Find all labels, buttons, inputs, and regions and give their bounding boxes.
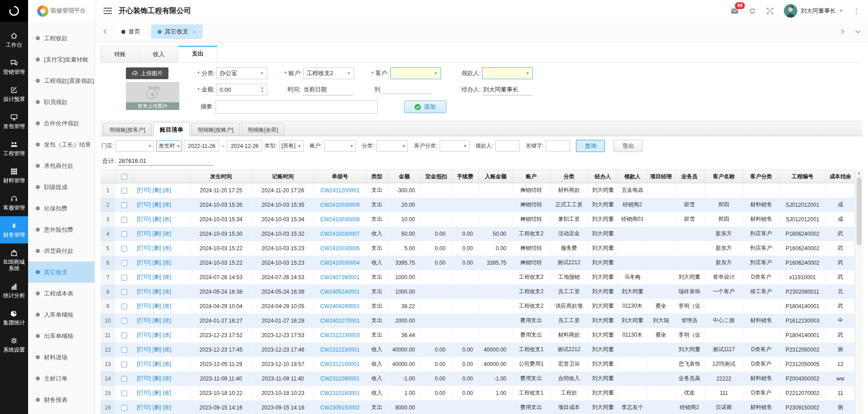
- action-delete[interactable]: [删]: [153, 201, 161, 208]
- export-button[interactable]: 导出: [614, 140, 643, 152]
- menu-item-财务报表[interactable]: 财务报表: [28, 389, 95, 410]
- rail-item-edit[interactable]: 设计预算: [0, 81, 28, 108]
- open-tab-其它收支[interactable]: 其它收支×: [151, 24, 203, 39]
- action-print[interactable]: [打印]: [137, 361, 151, 367]
- action-edit[interactable]: [改]: [163, 216, 171, 222]
- document-link[interactable]: CW2404290001: [320, 303, 360, 309]
- rail-item-yuan[interactable]: ¥财务管理: [0, 216, 28, 243]
- row-checkbox[interactable]: [121, 304, 127, 309]
- menu-item-出库单稽核[interactable]: 出库单稽核: [28, 325, 95, 347]
- action-edit[interactable]: [改]: [163, 245, 171, 251]
- action-edit[interactable]: [改]: [163, 187, 171, 193]
- menu-item-入库单稽核[interactable]: 入库单稽核: [28, 304, 95, 325]
- date-to-input[interactable]: [227, 140, 262, 152]
- row-checkbox[interactable]: [121, 202, 127, 208]
- upload-image-button[interactable]: 上传图片: [126, 67, 168, 79]
- document-link[interactable]: CW2405240001: [320, 289, 360, 295]
- add-button[interactable]: 添加: [404, 100, 446, 113]
- action-print[interactable]: [打印]: [137, 303, 151, 309]
- row-checkbox[interactable]: [121, 275, 127, 281]
- action-print[interactable]: [打印]: [137, 230, 151, 237]
- document-link[interactable]: CW2410030008: [320, 216, 360, 223]
- tabs-scroll-left-icon[interactable]: [100, 26, 110, 37]
- action-delete[interactable]: [删]: [153, 245, 161, 251]
- date-field-select[interactable]: 发生时▼: [156, 140, 182, 152]
- account-select[interactable]: 工程收支2 ▼: [303, 67, 354, 79]
- document-link[interactable]: CW2309150002: [320, 404, 360, 411]
- action-edit[interactable]: [改]: [163, 375, 171, 381]
- action-print[interactable]: [打印]: [137, 288, 151, 295]
- subtab-明细账[按账户][interactable]: 明细账[按账户]: [192, 123, 240, 136]
- action-edit[interactable]: [改]: [163, 303, 171, 309]
- payee-select[interactable]: ▼: [482, 67, 533, 79]
- account-filter-select[interactable]: ▼: [324, 140, 356, 152]
- refresh-button[interactable]: [748, 7, 756, 15]
- vertical-scrollbar[interactable]: ▲: [855, 170, 863, 414]
- action-print[interactable]: [打印]: [137, 346, 151, 352]
- tab-支出[interactable]: 支出: [178, 46, 217, 62]
- action-print[interactable]: [打印]: [137, 404, 151, 410]
- subtab-账目清单[interactable]: 账目清单: [153, 122, 190, 136]
- row-checkbox[interactable]: [121, 347, 127, 353]
- subtab-明细账[全部][interactable]: 明细账[全部]: [241, 123, 284, 136]
- action-delete[interactable]: [删]: [153, 259, 161, 266]
- action-edit[interactable]: [改]: [163, 288, 171, 295]
- document-link[interactable]: CW2311090001: [321, 376, 360, 382]
- rail-item-pie[interactable]: 集团统计: [0, 304, 28, 331]
- tab-收入[interactable]: 收入: [139, 46, 178, 62]
- action-edit[interactable]: [改]: [163, 332, 171, 338]
- messages-button[interactable]: 99: [731, 7, 739, 15]
- action-print[interactable]: [打印]: [137, 332, 151, 338]
- tabs-menu-icon[interactable]: [853, 26, 863, 37]
- row-checkbox[interactable]: [121, 362, 127, 367]
- row-checkbox[interactable]: [121, 289, 127, 295]
- document-link[interactable]: CW2312100001: [320, 361, 360, 367]
- action-print[interactable]: [打印]: [137, 187, 151, 193]
- time-to-field[interactable]: [382, 85, 432, 94]
- rail-item-home[interactable]: 工作台: [0, 26, 28, 53]
- action-edit[interactable]: [改]: [163, 230, 171, 237]
- app-logo-mark[interactable]: [0, 0, 28, 22]
- customer-select[interactable]: ▼: [390, 67, 441, 79]
- action-print[interactable]: [打印]: [137, 216, 151, 222]
- menu-item-职员领款[interactable]: 职员领款: [28, 91, 95, 113]
- keyword-input[interactable]: [546, 140, 570, 152]
- document-link[interactable]: CW2411200001: [321, 187, 360, 194]
- document-link[interactable]: CW2410030007: [320, 231, 360, 237]
- document-link[interactable]: CW2407260001: [320, 274, 360, 281]
- search-button[interactable]: 查询: [576, 140, 605, 152]
- row-checkbox[interactable]: [121, 376, 127, 382]
- rail-item-gear[interactable]: 系统设置: [0, 331, 28, 358]
- rail-item-chart[interactable]: 统计分析: [0, 277, 28, 304]
- menu-item-意外险扣费[interactable]: 意外险扣费: [28, 219, 95, 240]
- rail-item-grid[interactable]: 材料管理: [0, 162, 28, 189]
- action-delete[interactable]: [删]: [153, 187, 161, 193]
- action-delete[interactable]: [删]: [153, 332, 161, 338]
- menu-item-发包（工长）结算[interactable]: 发包（工长）结算: [28, 134, 95, 155]
- menu-item-工程成本表[interactable]: 工程成本表: [28, 283, 95, 304]
- action-edit[interactable]: [改]: [163, 201, 171, 208]
- document-link[interactable]: CW2410030004: [320, 260, 360, 266]
- payee-filter-input[interactable]: [495, 140, 520, 152]
- open-tab-首页[interactable]: 首页: [115, 24, 147, 39]
- action-delete[interactable]: [删]: [153, 390, 161, 396]
- action-print[interactable]: [打印]: [137, 201, 151, 208]
- row-checkbox[interactable]: [121, 405, 127, 411]
- action-print[interactable]: [打印]: [137, 245, 151, 251]
- tab-转账[interactable]: 转账: [101, 46, 139, 62]
- menu-item-工程领款[直接领款][interactable]: 工程领款[直接领款]: [28, 70, 95, 91]
- menu-item-承包商付款[interactable]: 承包商付款: [28, 155, 95, 176]
- store-select[interactable]: ▼: [116, 140, 154, 152]
- row-checkbox[interactable]: [121, 390, 127, 396]
- vertical-scroll-thumb[interactable]: [857, 177, 862, 245]
- more-menu-icon[interactable]: ⋮: [853, 7, 860, 15]
- document-link[interactable]: CW2401270001: [320, 318, 360, 324]
- action-edit[interactable]: [改]: [163, 274, 171, 280]
- tabs-scroll-right-icon[interactable]: [837, 26, 848, 37]
- action-delete[interactable]: [删]: [153, 274, 161, 280]
- close-icon[interactable]: ×: [193, 29, 197, 35]
- action-print[interactable]: [打印]: [137, 274, 151, 280]
- select-all-checkbox[interactable]: [121, 174, 127, 180]
- action-print[interactable]: [打印]: [137, 317, 151, 324]
- action-delete[interactable]: [删]: [153, 317, 161, 324]
